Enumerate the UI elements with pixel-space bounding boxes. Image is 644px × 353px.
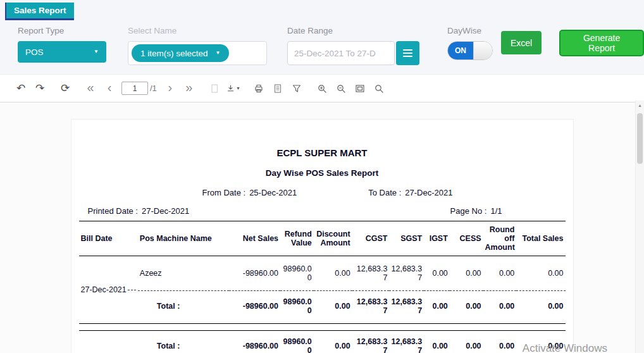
- single-page-view-icon[interactable]: [207, 84, 221, 94]
- date-range-line: From Date :25-Dec-2021 To Date :27-Dec-2…: [79, 188, 566, 197]
- filters-row: Report Type POS ▼ Select Name 1 item(s) …: [0, 26, 644, 65]
- printed-date: Printed Date :27-Dec-2021: [88, 206, 190, 216]
- daywise-toggle[interactable]: ON: [447, 41, 493, 60]
- hamburger-icon: [403, 49, 412, 57]
- table-row: 27-Dec-2021 Azeez -98960.00 98960.00 0.0…: [79, 256, 566, 291]
- report-type-label: Report Type: [18, 26, 106, 35]
- vertical-scrollbar[interactable]: ▲: [635, 101, 644, 353]
- toggle-on-label: ON: [448, 42, 473, 59]
- first-page-icon[interactable]: «: [84, 80, 97, 97]
- col-sgst: SGST: [389, 221, 424, 256]
- select-name-group: Select Name 1 item(s) selected ▼: [128, 26, 267, 65]
- filter-icon[interactable]: [290, 84, 304, 94]
- sales-table: Bill Date Pos Machine Name Net Sales Ref…: [79, 221, 566, 324]
- download-icon[interactable]: ▼: [226, 84, 240, 94]
- col-igst: IGST: [424, 221, 450, 256]
- col-cgst: CGST: [352, 221, 390, 256]
- last-page-icon[interactable]: »: [182, 80, 196, 97]
- bill-date-cell: 27-Dec-2021: [79, 256, 138, 324]
- col-refund: Refund Value: [280, 221, 314, 256]
- undo-icon[interactable]: ↶: [14, 82, 28, 95]
- select-name-pill[interactable]: 1 item(s) selected ▼: [132, 44, 229, 62]
- filter-bar: Sales Report Report Type POS ▼ Select Na…: [0, 0, 644, 75]
- scroll-up-icon[interactable]: ▲: [636, 101, 644, 110]
- report-viewer: ECPL SUPER MART Day Wise POS Sales Repor…: [0, 102, 644, 353]
- date-range-input[interactable]: [287, 41, 395, 65]
- total-row: Total : -98960.00 98960.00 0.00 12,683.3…: [79, 291, 566, 324]
- prev-page-icon[interactable]: ‹: [102, 80, 116, 97]
- col-bill-date: Bill Date: [79, 221, 138, 256]
- activate-windows-watermark: Activate Windows: [523, 342, 607, 353]
- search-icon[interactable]: [372, 84, 386, 94]
- report-type-select[interactable]: POS ▼: [18, 41, 106, 63]
- select-name-dropdown[interactable]: 1 item(s) selected ▼: [128, 41, 267, 65]
- report-type-value: POS: [25, 47, 44, 57]
- report-type-group: Report Type POS ▼: [18, 26, 106, 63]
- col-net-sales: Net Sales: [229, 221, 280, 256]
- select-name-value: 1 item(s) selected: [140, 49, 208, 58]
- grand-total-row: Total : -98960.00 98960.00 0.00 12,683.3…: [79, 331, 566, 353]
- refresh-icon[interactable]: ⟳: [58, 82, 72, 95]
- col-discount: Discount Amount: [314, 221, 352, 256]
- to-date: To Date :27-Dec-2021: [368, 188, 452, 197]
- generate-report-button[interactable]: Generate Report: [559, 30, 644, 56]
- report-title: Day Wise POS Sales Report: [79, 168, 566, 178]
- table-header-row: Bill Date Pos Machine Name Net Sales Ref…: [79, 221, 566, 256]
- company-name: ECPL SUPER MART: [79, 147, 566, 158]
- zoom-out-icon[interactable]: [334, 84, 348, 94]
- fit-to-page-icon[interactable]: [353, 84, 367, 94]
- meta-line: Printed Date :27-Dec-2021 Page No :1/1: [79, 206, 566, 216]
- document-icon[interactable]: [271, 84, 285, 94]
- scrollbar-thumb[interactable]: [637, 113, 643, 164]
- redo-icon[interactable]: ↷: [33, 82, 47, 95]
- page-number: Page No :1/1: [450, 206, 502, 216]
- excel-button[interactable]: Excel: [501, 31, 542, 54]
- chevron-down-icon: ▼: [94, 49, 99, 54]
- daywise-label: DayWise: [447, 26, 493, 35]
- from-date: From Date :25-Dec-2021: [202, 188, 297, 197]
- col-total-sales: Total Sales: [516, 221, 565, 256]
- sales-report-app: Sales Report Report Type POS ▼ Select Na…: [0, 0, 644, 353]
- col-machine: Pos Machine Name: [138, 221, 229, 256]
- page-number-input[interactable]: [121, 82, 148, 95]
- date-range-label: Date Range: [287, 26, 419, 35]
- date-range-menu-button[interactable]: [396, 41, 419, 65]
- col-cess: CESS: [450, 221, 483, 256]
- col-round-off: Round off Amount: [483, 221, 517, 256]
- page-title-tab[interactable]: Sales Report: [5, 3, 74, 20]
- toggle-knob[interactable]: [473, 42, 492, 59]
- grand-total-table: Total : -98960.00 98960.00 0.00 12,683.3…: [79, 330, 566, 353]
- date-range-group: Date Range: [287, 26, 419, 65]
- page-count-label: /1: [150, 84, 157, 93]
- chevron-down-icon: ▼: [216, 51, 221, 56]
- viewer-toolbar: ↶ ↷ ⟳ « ‹ /1 › » ▼: [0, 75, 644, 102]
- report-page: ECPL SUPER MART Day Wise POS Sales Repor…: [71, 119, 574, 353]
- zoom-in-icon[interactable]: [315, 84, 329, 94]
- print-icon[interactable]: [252, 84, 266, 94]
- daywise-group: DayWise ON: [447, 26, 493, 60]
- chevron-down-icon: ▼: [236, 86, 240, 90]
- next-page-icon[interactable]: ›: [163, 80, 177, 97]
- select-name-label: Select Name: [128, 26, 267, 35]
